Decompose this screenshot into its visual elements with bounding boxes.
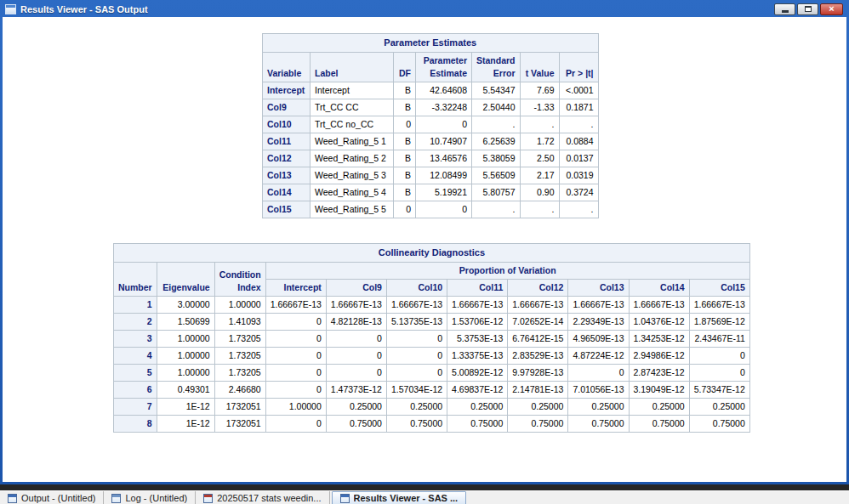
param-value-cell: Weed_Rating_5 1: [311, 133, 394, 150]
param-value-cell: 0.0884: [559, 133, 598, 150]
param-value-cell: B: [394, 82, 416, 99]
collin-value-cell: 0: [386, 331, 447, 348]
collin-table-row: 41.000001.732050001.33375E-132.83529E-13…: [114, 348, 750, 365]
collin-number-cell: 8: [114, 416, 157, 433]
param-table-row: InterceptInterceptB42.646085.543477.69<.…: [263, 82, 599, 99]
collin-value-cell: 2.43467E-11: [689, 331, 749, 348]
collin-value-cell: 0: [689, 365, 749, 382]
collin-value-cell: 1.66667E-13: [447, 297, 508, 314]
collin-value-cell: 0: [326, 365, 386, 382]
results-viewer-window: Results Viewer - SAS Output × Parameter …: [0, 0, 849, 484]
table-title-row: Collinearity Diagnostics: [114, 244, 750, 263]
collin-value-cell: 1.66667E-13: [689, 297, 749, 314]
collin-value-cell: 0.25000: [568, 399, 629, 416]
param-value-cell: B: [394, 167, 416, 184]
collin-value-cell: 1.34253E-12: [629, 331, 689, 348]
param-variable-cell: Col15: [263, 201, 311, 218]
window-bar-tab-label: Log - (Untitled): [125, 493, 187, 503]
title-bar[interactable]: Results Viewer - SAS Output ×: [3, 1, 846, 17]
param-value-cell: B: [394, 150, 416, 167]
collin-value-cell: 0: [265, 331, 326, 348]
collin-value-cell: 1.00000: [265, 399, 326, 416]
param-table-row: Col11Weed_Rating_5 1B10.749076.256391.72…: [263, 133, 599, 150]
collin-value-cell: 0.25000: [689, 399, 749, 416]
collin-value-cell: 0.25000: [386, 399, 447, 416]
collin-value-cell: 1E-12: [157, 399, 214, 416]
param-variable-cell: Col10: [263, 116, 311, 133]
results-viewer-icon: [340, 494, 350, 503]
collin-value-cell: 1.57034E-12: [386, 382, 447, 399]
collin-value-cell: 0: [265, 365, 326, 382]
collin-value-cell: 0.75000: [689, 416, 749, 433]
collin-value-cell: 2.14781E-13: [508, 382, 568, 399]
collin-value-cell: 2.94986E-12: [629, 348, 689, 365]
collin-value-cell: 1.87569E-12: [689, 314, 749, 331]
column-header: Col14: [629, 280, 689, 297]
column-header: Col11: [447, 280, 508, 297]
close-button[interactable]: ×: [820, 3, 843, 15]
param-value-cell: Weed_Rating_5 2: [311, 150, 394, 167]
param-value-cell: 0.0319: [559, 167, 598, 184]
param-table-row: Col9Trt_CC CCB-3.322482.50440-1.330.1871: [263, 99, 599, 116]
param-value-cell: Intercept: [311, 82, 394, 99]
param-value-cell: 7.69: [520, 82, 559, 99]
param-variable-cell: Col12: [263, 150, 311, 167]
param-value-cell: 2.17: [520, 167, 559, 184]
param-value-cell: -1.33: [520, 99, 559, 116]
collin-value-cell: 1.66667E-13: [629, 297, 689, 314]
collin-number-cell: 6: [114, 382, 157, 399]
collin-value-cell: 1.00000: [157, 348, 214, 365]
window-bar-tab-output[interactable]: Output - (Untitled): [0, 491, 104, 504]
collin-value-cell: 7.01056E-13: [568, 382, 629, 399]
workspace-background: [0, 484, 849, 490]
param-value-cell: Weed_Rating_5 3: [311, 167, 394, 184]
collin-value-cell: 0.25000: [447, 399, 508, 416]
param-value-cell: .: [520, 116, 559, 133]
table-title-row: Parameter Estimates: [263, 34, 599, 53]
param-value-cell: -3.32248: [416, 99, 472, 116]
param-value-cell: .: [520, 201, 559, 218]
column-header: DF: [394, 53, 416, 82]
window-bar-tab-editor[interactable]: 20250517 stats weedin...: [196, 491, 329, 504]
maximize-button[interactable]: [797, 3, 818, 15]
param-table-row: Col15Weed_Rating_5 500...: [263, 201, 599, 218]
param-value-cell: 2.50: [520, 150, 559, 167]
param-value-cell: 0.1871: [559, 99, 598, 116]
collin-value-cell: 7.02652E-14: [508, 314, 568, 331]
collin-value-cell: 1.00000: [214, 297, 265, 314]
collin-value-cell: 0.75000: [568, 416, 629, 433]
param-variable-cell: Col13: [263, 167, 311, 184]
collin-value-cell: 1.73205: [214, 331, 265, 348]
collin-value-cell: 0.25000: [508, 399, 568, 416]
param-value-cell: .: [559, 116, 598, 133]
collin-value-cell: 0: [326, 331, 386, 348]
column-header: Col13: [568, 280, 629, 297]
collin-table-row: 51.000001.732050005.00892E-129.97928E-13…: [114, 365, 750, 382]
column-header: t Value: [520, 53, 559, 82]
collin-value-cell: 1.66667E-13: [508, 297, 568, 314]
collin-value-cell: 5.13735E-13: [386, 314, 447, 331]
collin-value-cell: 1.66667E-13: [386, 297, 447, 314]
param-variable-cell: Intercept: [263, 82, 311, 99]
column-header-row: Variable Label DF Parameter Estimate Sta…: [263, 53, 599, 82]
window-bar-tab-label: Output - (Untitled): [21, 493, 95, 503]
param-variable-cell: Col9: [263, 99, 311, 116]
collin-value-cell: 1.73205: [214, 365, 265, 382]
param-value-cell: 12.08499: [416, 167, 472, 184]
param-value-cell: 5.80757: [472, 184, 521, 201]
collinearity-diagnostics-table: Collinearity Diagnostics Number Eigenval…: [113, 243, 750, 433]
window-bar-tab-log[interactable]: Log - (Untitled): [104, 491, 196, 504]
param-value-cell: Trt_CC no_CC: [311, 116, 394, 133]
param-value-cell: 5.54347: [472, 82, 521, 99]
collin-value-cell: 1E-12: [157, 416, 214, 433]
minimize-button[interactable]: [774, 3, 795, 15]
collin-value-cell: 1732051: [214, 416, 265, 433]
collin-value-cell: 0.75000: [447, 416, 508, 433]
collin-value-cell: 1732051: [214, 399, 265, 416]
window-bar-tab-results-viewer[interactable]: Results Viewer - SAS ...: [332, 491, 467, 504]
param-value-cell: 13.46576: [416, 150, 472, 167]
collin-number-cell: 7: [114, 399, 157, 416]
minimize-icon: [782, 10, 789, 13]
param-value-cell: 5.38059: [472, 150, 521, 167]
collin-value-cell: 0: [386, 348, 447, 365]
